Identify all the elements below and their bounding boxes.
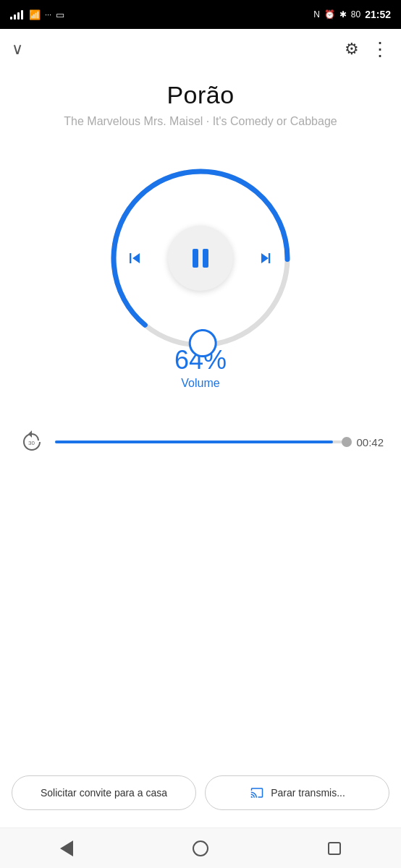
signal-icon [10,9,23,20]
time-display: 00:42 [356,436,384,448]
wifi-icon: 📶 [29,9,41,20]
progress-fill [55,441,333,443]
progress-thumb [342,437,352,447]
nav-bar [0,827,401,868]
volume-circle-container[interactable] [92,150,309,367]
playback-controls [124,226,277,291]
bottom-buttons: Solicitar convite para a casa Parar tran… [0,775,401,810]
battery-outline-icon: ▭ [56,9,64,20]
header-actions: ⚙ ⋮ [345,38,389,61]
progress-track[interactable] [55,441,347,443]
home-button[interactable] [186,834,215,863]
time-display: 21:52 [365,9,391,20]
replay-30-button[interactable]: 30 [17,427,46,456]
skip-next-button[interactable] [256,248,277,268]
recents-button[interactable] [320,834,349,863]
progress-area: 30 00:42 [0,427,401,456]
nfc-icon: N [313,9,320,20]
app-header: ∨ ⚙ ⋮ [0,29,401,69]
stop-cast-button[interactable]: Parar transmis... [205,775,389,810]
chevron-down-button[interactable]: ∨ [12,40,23,59]
skip-previous-button[interactable] [124,248,145,268]
status-left: 📶 ··· ▭ [10,9,64,20]
dots-icon: ··· [45,10,51,19]
cast-icon [249,786,265,799]
bluetooth-icon: ✱ [339,9,347,20]
settings-button[interactable]: ⚙ [345,40,359,59]
stop-label: Parar transmis... [271,787,345,799]
status-bar: 📶 ··· ▭ N ⏰ ✱ 80 21:52 [0,0,401,29]
pause-icon [193,249,208,268]
home-icon [193,841,208,856]
status-right: N ⏰ ✱ 80 21:52 [313,9,391,20]
more-options-button[interactable]: ⋮ [371,38,389,61]
invite-button[interactable]: Solicitar convite para a casa [12,775,196,810]
svg-text:30: 30 [28,440,35,446]
device-name: Porão [14,81,387,109]
pause-bar-left [193,249,198,268]
volume-thumb[interactable] [185,326,221,362]
pause-bar-right [203,249,208,268]
back-icon [60,841,73,856]
recents-icon [328,842,341,855]
back-button[interactable] [52,834,81,863]
battery-level: 80 [351,9,360,20]
alarm-icon: ⏰ [324,9,335,20]
invite-label: Solicitar convite para a casa [41,787,167,799]
volume-area: 64% Volume [0,150,401,390]
pause-button[interactable] [168,226,233,291]
